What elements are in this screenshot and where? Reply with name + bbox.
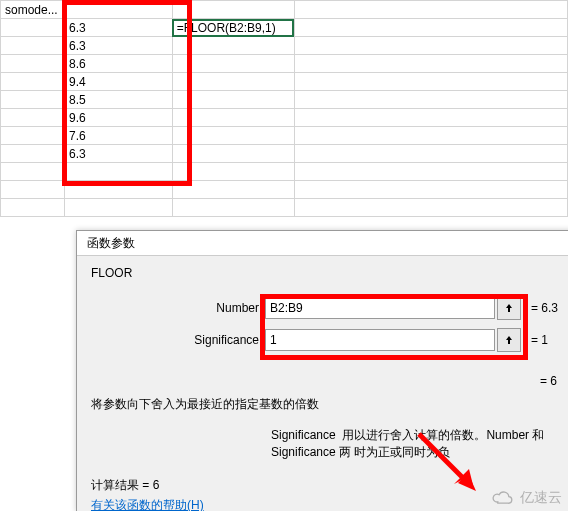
watermark-text: 亿速云 xyxy=(520,489,562,507)
cell[interactable] xyxy=(294,199,567,217)
cell[interactable] xyxy=(294,163,567,181)
cell[interactable] xyxy=(64,199,172,217)
cell[interactable] xyxy=(1,73,65,91)
dialog-title: 函数参数 xyxy=(77,231,568,256)
cell[interactable] xyxy=(1,19,65,37)
range-picker-icon xyxy=(504,335,514,345)
calc-result: 计算结果 = 6 xyxy=(91,477,159,494)
cell[interactable] xyxy=(294,109,567,127)
arg-input-significance[interactable] xyxy=(265,329,495,351)
cell[interactable] xyxy=(1,91,65,109)
range-picker-button[interactable] xyxy=(497,328,521,352)
svg-rect-0 xyxy=(508,308,510,312)
annotation-box-column-b xyxy=(62,0,192,186)
cell-a1[interactable]: somode... xyxy=(1,1,65,19)
cell[interactable] xyxy=(1,127,65,145)
cell[interactable] xyxy=(1,199,65,217)
arg-result-significance: = 1 xyxy=(531,333,548,347)
function-preview-result: = 6 xyxy=(540,374,557,388)
cell[interactable] xyxy=(294,181,567,199)
cell[interactable] xyxy=(1,163,65,181)
watermark: 亿速云 xyxy=(490,489,562,507)
cell[interactable] xyxy=(294,73,567,91)
argument-description: Significance 用以进行舍入计算的倍数。Number 和 Signif… xyxy=(91,427,568,461)
cloud-icon xyxy=(490,489,516,507)
cell[interactable] xyxy=(1,37,65,55)
cell[interactable] xyxy=(1,109,65,127)
function-arguments-dialog: 函数参数 FLOOR Number = 6.3 Significance = 1… xyxy=(76,230,568,511)
arg-label-significance: Significance xyxy=(91,333,265,347)
arg-label-number: Number xyxy=(91,301,265,315)
cell[interactable] xyxy=(294,37,567,55)
svg-rect-1 xyxy=(508,340,510,344)
cell[interactable] xyxy=(294,145,567,163)
function-name: FLOOR xyxy=(91,266,568,280)
cell[interactable] xyxy=(294,91,567,109)
cell[interactable] xyxy=(172,199,294,217)
cell-rest[interactable] xyxy=(294,1,567,19)
cell[interactable] xyxy=(1,145,65,163)
arg-row-number: Number = 6.3 xyxy=(91,296,568,320)
range-picker-button[interactable] xyxy=(497,296,521,320)
arg-desc-name: Significance xyxy=(271,428,336,442)
arg-input-number[interactable] xyxy=(265,297,495,319)
arg-row-significance: Significance = 1 xyxy=(91,328,568,352)
cell[interactable] xyxy=(1,181,65,199)
function-description: 将参数向下舍入为最接近的指定基数的倍数 xyxy=(91,396,568,413)
cell[interactable] xyxy=(1,55,65,73)
cell[interactable] xyxy=(294,55,567,73)
function-help-link[interactable]: 有关该函数的帮助(H) xyxy=(91,497,204,511)
arg-result-number: = 6.3 xyxy=(531,301,558,315)
cell[interactable] xyxy=(294,19,567,37)
range-picker-icon xyxy=(504,303,514,313)
cell[interactable] xyxy=(294,127,567,145)
